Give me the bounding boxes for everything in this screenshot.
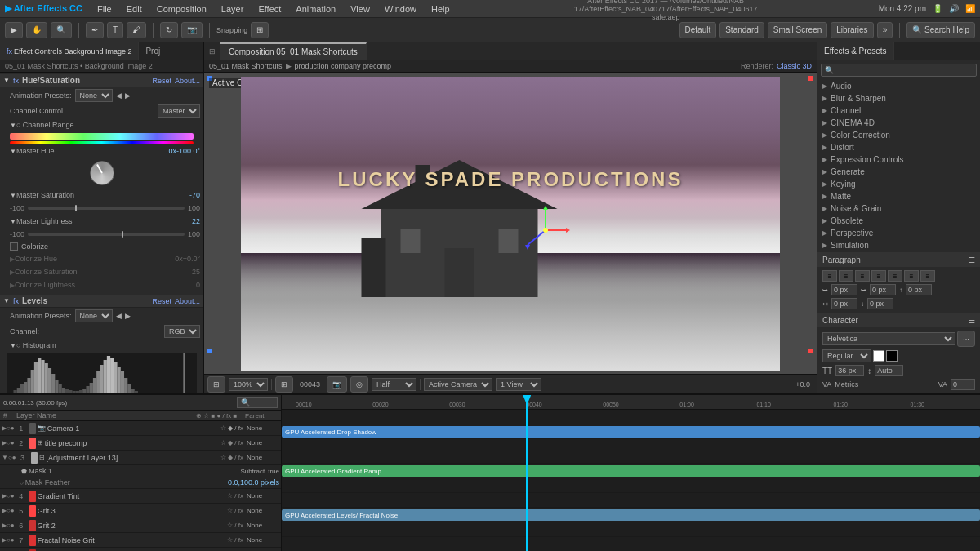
master-lightness-row[interactable]: ▼ Master Lightness 22 bbox=[0, 215, 203, 228]
menu-layer[interactable]: Layer bbox=[218, 4, 247, 14]
workspace-small-screen[interactable]: Small Screen bbox=[768, 22, 827, 38]
master-hue-row[interactable]: ▼ Master Hue 0x-100.0° bbox=[0, 144, 203, 158]
composition-tab-active[interactable]: Composition 05_01 Mask Shortcuts bbox=[220, 42, 367, 60]
master-saturation-row[interactable]: ▼ Master Saturation -70 bbox=[0, 189, 203, 202]
workspace-standard[interactable]: Standard bbox=[719, 22, 764, 38]
layer-2-name[interactable]: title precomp bbox=[45, 439, 217, 447]
comp-safe-areas-button[interactable]: ◎ bbox=[350, 376, 368, 393]
view-select[interactable]: 1 View 2 Views 4 Views bbox=[496, 378, 541, 391]
comp-grid-button[interactable]: ⊞ bbox=[275, 376, 293, 393]
layer-8[interactable]: ▶ ○ ● 8 Background Image 2 ☆ / fx None bbox=[0, 548, 281, 551]
align-center-button[interactable]: ≡ bbox=[839, 270, 853, 282]
brush-tool[interactable]: 🖌 bbox=[127, 22, 146, 38]
indent-after-input[interactable] bbox=[870, 284, 896, 295]
layer-5[interactable]: ▶ ○ ● 5 Grit 3 ☆ / fx None bbox=[0, 504, 281, 518]
mask-feather-value[interactable]: 0.0,100.0 pixels bbox=[228, 478, 279, 487]
levels-preset-next[interactable]: ▶ bbox=[125, 312, 131, 320]
layer-5-name[interactable]: Grit 3 bbox=[38, 507, 224, 515]
workspace-libraries[interactable]: Libraries bbox=[831, 22, 873, 38]
breadcrumb-item-1[interactable]: 05_01 Mask Shortcuts bbox=[209, 62, 283, 70]
track-7-bar[interactable]: GPU Accelerated Levels/ Fractal Noise bbox=[282, 509, 980, 521]
paragraph-header[interactable]: Paragraph ☰ bbox=[817, 253, 980, 267]
font-family-select[interactable]: Helvetica bbox=[822, 332, 956, 345]
levels-preset-prev[interactable]: ◀ bbox=[116, 312, 122, 320]
colorize-row[interactable]: Colorize bbox=[0, 241, 203, 252]
font-color-swatch[interactable] bbox=[873, 350, 884, 362]
space-after-input[interactable] bbox=[867, 298, 893, 309]
category-obsolete[interactable]: ▶ Obsolete bbox=[817, 215, 980, 227]
menu-edit[interactable]: Edit bbox=[123, 4, 145, 14]
workspace-more[interactable]: » bbox=[877, 22, 893, 38]
menu-window[interactable]: Window bbox=[381, 4, 420, 14]
tab-effect-controls[interactable]: fx Effect Controls Background Image 2 bbox=[0, 42, 139, 60]
category-keying[interactable]: ▶ Keying bbox=[817, 178, 980, 190]
layer-1[interactable]: ▶ ○ ● 1 📷 Camera 1 ☆ ◆ / fx None bbox=[0, 421, 281, 436]
text-tool[interactable]: T bbox=[107, 22, 123, 38]
master-hue-value[interactable]: 0x-100.0° bbox=[168, 147, 200, 155]
layer-1-name[interactable]: Camera 1 bbox=[47, 424, 217, 433]
menu-composition[interactable]: Composition bbox=[154, 4, 210, 14]
layer-2[interactable]: ▶ ○ ● 2 ⊞ title precomp ☆ ◆ / fx None bbox=[0, 436, 281, 451]
timeline-search-input[interactable] bbox=[237, 397, 278, 408]
comp-camera-button[interactable]: 📷 bbox=[327, 376, 347, 393]
character-header[interactable]: Character ☰ bbox=[817, 313, 980, 327]
font-size-input[interactable] bbox=[835, 365, 864, 376]
menu-view[interactable]: View bbox=[347, 4, 373, 14]
mask-1-row[interactable]: ⬟ Mask 1 Subtract true bbox=[0, 465, 281, 477]
layer-4-name[interactable]: Gradient Tint bbox=[38, 492, 224, 500]
layer-7[interactable]: ▶ ○ ● 7 Fractal Noise Grit ☆ / fx None bbox=[0, 533, 281, 548]
menu-effect[interactable]: Effect bbox=[255, 4, 284, 14]
camera-select[interactable]: Active Camera bbox=[424, 378, 492, 391]
align-left-button[interactable]: ≡ bbox=[822, 270, 837, 282]
category-perspective[interactable]: ▶ Perspective bbox=[817, 227, 980, 239]
tab-effects-presets[interactable]: Effects & Presets bbox=[817, 42, 894, 60]
font-browse-button[interactable]: ⋯ bbox=[957, 331, 975, 347]
font-style-select[interactable]: Regular Bold Italic bbox=[822, 349, 871, 362]
channel-range-row[interactable]: ▼ ○ Channel Range bbox=[0, 118, 203, 131]
line-height-input[interactable] bbox=[875, 365, 903, 376]
layer-3-expand[interactable]: ▼ bbox=[2, 454, 8, 461]
master-lightness-thumb[interactable] bbox=[122, 231, 123, 238]
master-lightness-value[interactable]: 22 bbox=[192, 217, 200, 225]
stroke-color-swatch[interactable] bbox=[886, 350, 898, 362]
zoom-select[interactable]: 100% bbox=[229, 378, 268, 391]
layer-6[interactable]: ▶ ○ ● 6 Grit 2 ☆ / fx None bbox=[0, 518, 281, 533]
justify-all-button[interactable]: ≡ bbox=[920, 270, 935, 282]
composition-viewport[interactable]: Active Camera bbox=[204, 73, 817, 374]
rotate-tool[interactable]: ↻ bbox=[160, 22, 178, 38]
category-blur[interactable]: ▶ Blur & Sharpen bbox=[817, 92, 980, 104]
align-right-button[interactable]: ≡ bbox=[855, 270, 870, 282]
effects-search-input[interactable] bbox=[821, 64, 977, 77]
master-saturation-thumb[interactable] bbox=[75, 205, 77, 211]
category-simulation[interactable]: ▶ Simulation bbox=[817, 239, 980, 251]
category-expression[interactable]: ▶ Expression Controls bbox=[817, 153, 980, 166]
about-button[interactable]: About... bbox=[175, 77, 200, 85]
selection-tool[interactable]: ▶ bbox=[5, 22, 23, 38]
category-channel[interactable]: ▶ Channel bbox=[817, 104, 980, 117]
levels-reset-button[interactable]: Reset bbox=[152, 297, 172, 305]
levels-about-button[interactable]: About... bbox=[175, 297, 200, 305]
hand-tool[interactable]: ✋ bbox=[26, 22, 47, 38]
levels-header[interactable]: ▼ fx Levels Reset About... bbox=[0, 295, 203, 308]
track-4-bar[interactable]: GPU Accelerated Gradient Ramp bbox=[282, 465, 980, 477]
levels-presets-select[interactable]: None bbox=[75, 309, 113, 322]
renderer-value[interactable]: Classic 3D bbox=[777, 62, 812, 70]
mask-inverted[interactable]: true bbox=[268, 468, 279, 475]
reset-button[interactable]: Reset bbox=[152, 77, 172, 85]
layer-6-name[interactable]: Grit 2 bbox=[38, 522, 224, 530]
breadcrumb-item-2[interactable]: production company precomp bbox=[295, 62, 392, 70]
pen-tool[interactable]: ✒ bbox=[86, 22, 104, 38]
tab-project[interactable]: Proj bbox=[139, 42, 167, 60]
levels-channel-select[interactable]: RGB bbox=[164, 325, 200, 338]
hue-saturation-header[interactable]: ▼ fx Hue/Saturation Reset About... bbox=[0, 74, 203, 87]
track-2-bar[interactable]: GPU Accelerated Drop Shadow bbox=[282, 426, 980, 438]
snapping-toggle[interactable]: ⊞ bbox=[251, 22, 269, 38]
indent-left-input[interactable] bbox=[831, 298, 858, 309]
character-menu-icon[interactable]: ☰ bbox=[969, 317, 975, 325]
preset-nav-next[interactable]: ▶ bbox=[125, 91, 131, 100]
comp-home-button[interactable]: ⊞ bbox=[207, 376, 225, 393]
master-saturation-value[interactable]: -70 bbox=[189, 191, 200, 199]
category-audio[interactable]: ▶ Audio bbox=[817, 80, 980, 92]
preset-nav-prev[interactable]: ◀ bbox=[116, 91, 122, 100]
justify-left-button[interactable]: ≡ bbox=[871, 270, 886, 282]
